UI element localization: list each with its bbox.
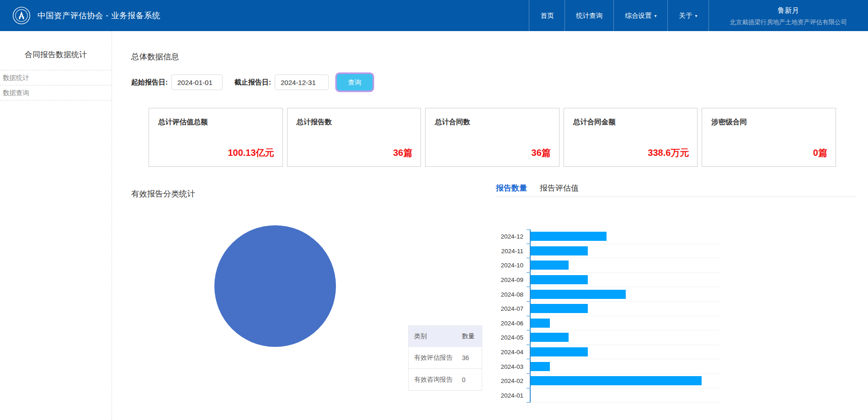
bar-row-2024-12: 2024-12: [490, 229, 719, 244]
legend-table-row: 有效评估报告36: [409, 347, 482, 369]
caret-down-icon: ▾: [654, 13, 656, 18]
tabs-underline: [496, 197, 856, 197]
pie-chart: [214, 225, 336, 347]
bar-track: [530, 388, 719, 403]
top-navbar: 中国资产评估协会 - 业务报备系统 首页统计查询综合设置▾关于▾ 鲁新月 北京戴…: [0, 0, 868, 31]
nav-menu: 首页统计查询综合设置▾关于▾: [529, 0, 708, 31]
bar-category-label: 2024-08: [490, 287, 530, 302]
tab-report-count[interactable]: 报告数量: [496, 183, 527, 193]
date-filter-row: 起始报告日: 截止报告日: 查询: [131, 74, 373, 90]
stat-card-total-reports: 总计报告数36篇: [287, 108, 421, 167]
bar-row-2024-09: 2024-09: [490, 273, 719, 287]
bar-category-label: 2024-11: [490, 244, 530, 259]
bar-track: [530, 229, 719, 244]
bar-fill: [531, 304, 588, 313]
stat-card-value: 338.6万元: [648, 147, 689, 159]
monthly-report-bar-chart: 2024-122024-112024-102024-092024-082024-…: [490, 229, 719, 403]
legend-table-row: 有效咨询报告0: [409, 369, 482, 391]
query-button[interactable]: 查询: [337, 74, 373, 90]
legend-col-count: 数量: [462, 326, 482, 347]
bar-row-2024-01: 2024-01: [490, 388, 719, 403]
start-date-label: 起始报告日:: [131, 78, 168, 87]
bar-row-2024-11: 2024-11: [490, 244, 719, 259]
bar-fill: [531, 362, 550, 371]
nav-item-label: 首页: [540, 11, 554, 20]
sidebar-item-data-query[interactable]: 数据查询: [0, 85, 112, 101]
nav-item-stats-query[interactable]: 统计查询: [564, 0, 613, 31]
bar-fill: [531, 347, 588, 356]
end-date-input[interactable]: [275, 74, 329, 90]
user-company: 北京戴德梁行房地产土地资产评估有限公司: [730, 18, 847, 27]
bar-row-2024-02: 2024-02: [490, 374, 719, 388]
stat-card-value: 100.13亿元: [228, 147, 274, 159]
nav-item-general-settings[interactable]: 综合设置▾: [613, 0, 667, 31]
nav-item-about[interactable]: 关于▾: [667, 0, 708, 31]
bar-fill: [531, 232, 607, 241]
stat-card-title: 总计评估值总额: [158, 117, 208, 127]
bar-fill: [531, 319, 550, 328]
user-block[interactable]: 鲁新月 北京戴德梁行房地产土地资产评估有限公司: [708, 0, 868, 31]
bar-track: [530, 345, 719, 360]
sidebar-title: 合同报告数据统计: [0, 49, 112, 70]
pie-chart-title: 有效报告分类统计: [131, 188, 195, 199]
stat-card-value: 0篇: [813, 147, 827, 159]
bar-category-label: 2024-04: [490, 345, 530, 360]
bar-row-2024-04: 2024-04: [490, 345, 719, 360]
sidebar: 合同报告数据统计 数据统计数据查询: [0, 31, 112, 420]
bar-fill: [531, 261, 569, 270]
nav-item-label: 综合设置: [625, 11, 651, 20]
legend-row-value: 0: [462, 369, 482, 391]
bar-track: [530, 258, 719, 273]
bar-fill: [531, 290, 626, 299]
bar-track: [530, 287, 719, 302]
tab-report-appraisal-value[interactable]: 报告评估值: [540, 183, 579, 193]
bar-category-label: 2024-12: [490, 229, 530, 244]
stat-card-title: 总计合同金额: [573, 117, 616, 127]
bar-row-2024-05: 2024-05: [490, 330, 719, 345]
stat-card-title: 涉密级合同: [711, 117, 747, 127]
brand[interactable]: 中国资产评估协会 - 业务报备系统: [0, 0, 160, 31]
start-date-input[interactable]: [171, 74, 223, 90]
legend-row-label: 有效咨询报告: [409, 369, 462, 391]
sidebar-item-data-statistics[interactable]: 数据统计: [0, 70, 112, 85]
stat-card-title: 总计报告数: [297, 117, 332, 127]
end-date-label: 截止报告日:: [234, 78, 271, 87]
page-title: 总体数据信息: [131, 51, 179, 62]
stat-card-total-appraisal-value: 总计评估值总额100.13亿元: [149, 108, 283, 167]
stat-card-total-contracts: 总计合同数36篇: [425, 108, 559, 167]
nav-item-label: 统计查询: [576, 11, 602, 20]
bar-track: [530, 374, 719, 388]
legend-col-category: 类别: [409, 326, 462, 347]
stat-card-value: 36篇: [393, 147, 412, 159]
caret-down-icon: ▾: [695, 13, 697, 18]
bar-category-label: 2024-06: [490, 316, 530, 331]
cas-association-logo-icon: [12, 6, 31, 25]
user-name: 鲁新月: [778, 6, 799, 16]
bar-category-label: 2024-09: [490, 273, 530, 287]
pie-legend-table: 类别 数量 有效评估报告36有效咨询报告0: [408, 325, 482, 391]
legend-table-header-row: 类别 数量: [409, 326, 482, 347]
bar-fill: [531, 333, 569, 342]
bar-row-2024-06: 2024-06: [490, 316, 719, 331]
app-title: 中国资产评估协会 - 业务报备系统: [37, 10, 160, 21]
bar-track: [530, 302, 719, 316]
legend-row-value: 36: [462, 347, 482, 369]
bar-category-label: 2024-03: [490, 359, 530, 374]
bar-row-2024-03: 2024-03: [490, 359, 719, 374]
bar-category-label: 2024-01: [490, 388, 530, 403]
bar-track: [530, 359, 719, 374]
stat-card-value: 36篇: [532, 147, 551, 159]
bar-category-label: 2024-02: [490, 374, 530, 388]
bar-category-label: 2024-05: [490, 330, 530, 345]
chart-tabs: 报告数量报告评估值: [496, 183, 579, 193]
stat-card-title: 总计合同数: [435, 117, 470, 127]
bar-row-2024-08: 2024-08: [490, 287, 719, 302]
bar-track: [530, 273, 719, 287]
bar-category-label: 2024-07: [490, 302, 530, 316]
bar-row-2024-07: 2024-07: [490, 302, 719, 316]
nav-item-home[interactable]: 首页: [529, 0, 564, 31]
summary-cards-row: 总计评估值总额100.13亿元总计报告数36篇总计合同数36篇总计合同金额338…: [149, 108, 836, 167]
bar-track: [530, 316, 719, 331]
bar-category-label: 2024-10: [490, 258, 530, 273]
bar-fill: [531, 246, 588, 255]
